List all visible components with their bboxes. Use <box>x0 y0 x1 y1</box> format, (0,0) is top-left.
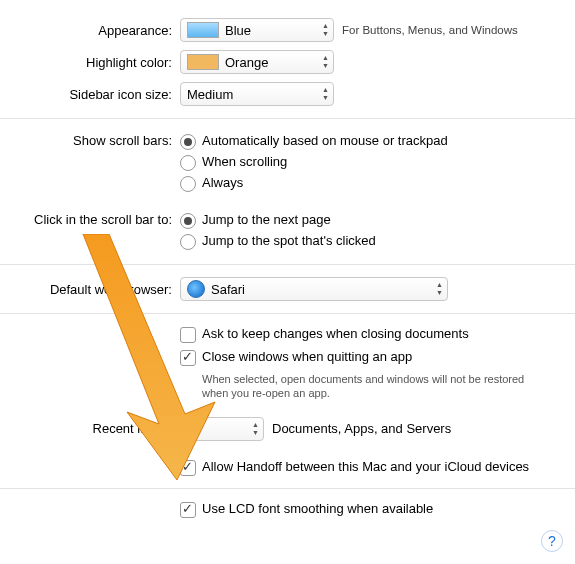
updown-icon: ▲▼ <box>322 54 329 70</box>
radio-icon <box>180 155 196 171</box>
checkbox-label: Ask to keep changes when closing documen… <box>202 326 469 341</box>
divider <box>0 313 575 314</box>
radio-icon <box>180 234 196 250</box>
browser-label: Default web browser: <box>0 282 180 297</box>
ask-keep-changes-checkbox[interactable]: Ask to keep changes when closing documen… <box>180 326 469 343</box>
radio-label: Always <box>202 175 243 190</box>
color-swatch-blue <box>187 22 219 38</box>
sidebar-icon-value: Medium <box>187 87 233 102</box>
highlight-value: Orange <box>225 55 268 70</box>
scrollbars-label: Show scroll bars: <box>0 131 180 148</box>
checkbox-label: Use LCD font smoothing when available <box>202 501 433 516</box>
recent-items-suffix: Documents, Apps, and Servers <box>272 421 451 436</box>
appearance-label: Appearance: <box>0 23 180 38</box>
radio-icon <box>180 134 196 150</box>
recent-items-value: 20 <box>187 421 201 436</box>
help-icon: ? <box>548 533 556 549</box>
recent-items-label: Recent items: <box>0 421 180 436</box>
radio-icon <box>180 213 196 229</box>
radio-label: Jump to the spot that's clicked <box>202 233 376 248</box>
help-button[interactable]: ? <box>541 530 563 552</box>
updown-icon: ▲▼ <box>322 86 329 102</box>
color-swatch-orange <box>187 54 219 70</box>
appearance-value: Blue <box>225 23 251 38</box>
close-windows-hint: When selected, open documents and window… <box>202 372 542 401</box>
divider <box>0 488 575 489</box>
appearance-hint: For Buttons, Menus, and Windows <box>342 24 518 36</box>
checkbox-label: Close windows when quitting an app <box>202 349 412 364</box>
browser-select[interactable]: Safari ▲▼ <box>180 277 448 301</box>
updown-icon: ▲▼ <box>322 22 329 38</box>
divider <box>0 264 575 265</box>
handoff-checkbox[interactable]: Allow Handoff between this Mac and your … <box>180 459 529 476</box>
scrollbars-radio-automatic[interactable]: Automatically based on mouse or trackpad <box>180 133 448 150</box>
radio-icon <box>180 176 196 192</box>
appearance-select[interactable]: Blue ▲▼ <box>180 18 334 42</box>
sidebar-icon-label: Sidebar icon size: <box>0 87 180 102</box>
browser-value: Safari <box>211 282 245 297</box>
updown-icon: ▲▼ <box>436 281 443 297</box>
highlight-label: Highlight color: <box>0 55 180 70</box>
checkbox-icon <box>180 350 196 366</box>
highlight-select[interactable]: Orange ▲▼ <box>180 50 334 74</box>
scrollclick-radio-jump-to-spot[interactable]: Jump to the spot that's clicked <box>180 233 376 250</box>
radio-label: Jump to the next page <box>202 212 331 227</box>
scrollbars-radio-always[interactable]: Always <box>180 175 448 192</box>
radio-label: Automatically based on mouse or trackpad <box>202 133 448 148</box>
divider <box>0 118 575 119</box>
recent-items-select[interactable]: 20 ▲▼ <box>180 417 264 441</box>
scrollbars-radio-when-scrolling[interactable]: When scrolling <box>180 154 448 171</box>
scrollclick-label: Click in the scroll bar to: <box>0 210 180 227</box>
updown-icon: ▲▼ <box>252 421 259 437</box>
sidebar-icon-select[interactable]: Medium ▲▼ <box>180 82 334 106</box>
checkbox-icon <box>180 460 196 476</box>
scrollclick-radio-next-page[interactable]: Jump to the next page <box>180 212 376 229</box>
checkbox-label: Allow Handoff between this Mac and your … <box>202 459 529 474</box>
checkbox-icon <box>180 327 196 343</box>
close-windows-checkbox[interactable]: Close windows when quitting an app <box>180 349 412 366</box>
safari-icon <box>187 280 205 298</box>
radio-label: When scrolling <box>202 154 287 169</box>
checkbox-icon <box>180 502 196 518</box>
lcd-font-smoothing-checkbox[interactable]: Use LCD font smoothing when available <box>180 501 433 518</box>
